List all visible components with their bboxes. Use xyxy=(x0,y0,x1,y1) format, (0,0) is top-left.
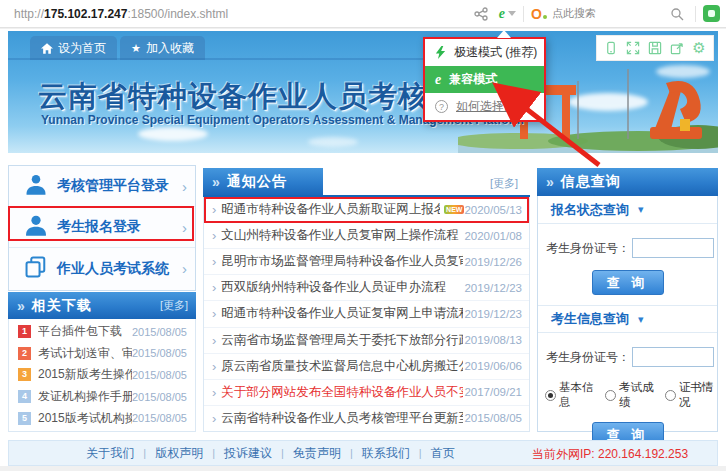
url-field[interactable]: http://175.102.17.247:18500/index.shtml xyxy=(14,7,228,21)
notices-list: › 昭通市特种设备作业人员新取证网上报名流程 NEW 2020/05/13 › … xyxy=(203,197,530,432)
search-input[interactable]: O 点此搜索 xyxy=(531,5,659,23)
login-link-assessment-platform[interactable]: 考核管理平台登录 › xyxy=(9,166,195,207)
section-arrow-icon: » xyxy=(212,174,220,190)
download-item[interactable]: 5 2015版考试机构操... 2015/08/05 xyxy=(9,407,195,429)
browser-logo-icon[interactable] xyxy=(703,5,720,22)
separator: | xyxy=(143,447,146,459)
downloads-more-link[interactable]: [更多] xyxy=(160,298,188,313)
radio-exam-score[interactable]: 考试成绩 xyxy=(605,380,657,410)
rank-badge: 3 xyxy=(18,368,31,381)
notices-tab[interactable]: » 通知公告 xyxy=(203,168,323,196)
notice-item-alert[interactable]: › 关于部分网站发布全国特种设备作业人员不实信息... 2017/09/21 xyxy=(204,380,529,406)
notice-item[interactable]: › 昭通市特种设备作业人员新取证网上报名流程 NEW 2020/05/13 xyxy=(204,197,529,223)
query-header: » 信息查询 xyxy=(537,168,718,196)
notice-item[interactable]: › 文山州特种设备作业人员复审网上操作流程 2020/01/08 xyxy=(204,223,529,249)
set-home-tab[interactable]: 设为首页 xyxy=(30,36,117,60)
bullet-arrow-icon: › xyxy=(212,385,216,400)
info-id-input[interactable] xyxy=(632,347,714,367)
settings-gear-icon[interactable]: ⚙ xyxy=(688,37,710,59)
documents-icon xyxy=(23,255,57,283)
ie-icon: e xyxy=(499,6,505,22)
site-banner: 设为首页 ★ 加入收藏 ⚙ 云南省特种设备作业人员考核管理平台 Yunnan P… xyxy=(8,31,718,153)
notices-header: » 通知公告 [更多] xyxy=(203,168,530,196)
menu-item-compat-mode[interactable]: e 兼容模式 xyxy=(425,66,544,93)
separator: | xyxy=(350,447,353,459)
separator: | xyxy=(212,447,215,459)
url-prefix: http:// xyxy=(14,7,44,21)
notice-item[interactable]: › 昆明市市场监督管理局特种设备作业人员复审流程... 2019/12/26 xyxy=(204,249,529,275)
menu-caret xyxy=(497,30,511,38)
status-id-input[interactable] xyxy=(632,238,714,258)
kernel-mode-menu: 极速模式 (推荐) e 兼容模式 ? 如何选择内核 xyxy=(423,37,546,122)
add-favorite-tab[interactable]: ★ 加入收藏 xyxy=(120,36,205,60)
download-item[interactable]: 4 发证机构操作手册 2015/08/05 xyxy=(9,386,195,408)
cloud xyxy=(308,137,358,147)
bullet-arrow-icon: › xyxy=(212,254,216,269)
footer-link-copyright[interactable]: 版权声明 xyxy=(155,445,203,462)
rank-badge: 2 xyxy=(18,347,31,360)
url-rest: :18500/index.shtml xyxy=(127,7,228,21)
candidate-info-section[interactable]: 考生信息查询 ▾ xyxy=(538,305,717,333)
bullet-arrow-icon: › xyxy=(212,411,216,426)
fullscreen-icon[interactable] xyxy=(622,37,644,59)
notice-item[interactable]: › 西双版纳州特种设备作业人员证申办流程 2019/12/23 xyxy=(204,275,529,301)
download-item[interactable]: 1 平台插件包下载 2015/08/05 xyxy=(9,321,195,343)
person-icon xyxy=(23,172,57,200)
login-link-candidate-registration[interactable]: 考生报名登录 › xyxy=(9,207,195,248)
radio-certificate-status[interactable]: 证书情况 xyxy=(665,380,717,410)
menu-item-speed-mode[interactable]: 极速模式 (推荐) xyxy=(425,39,544,66)
registration-status-section[interactable]: 报名状态查询 ▾ xyxy=(538,196,717,224)
bullet-arrow-icon: › xyxy=(212,280,216,295)
search-engine-icon: O xyxy=(531,5,547,23)
ie-icon: e xyxy=(435,72,441,88)
chevron-down-icon: ▾ xyxy=(638,313,644,326)
separator: | xyxy=(281,447,284,459)
separator: | xyxy=(419,447,422,459)
login-panel: 考核管理平台登录 › 考生报名登录 › 作业人员考试系统 › xyxy=(8,165,196,291)
footer-link-complaint[interactable]: 投诉建议 xyxy=(224,445,272,462)
query-title: 信息查询 xyxy=(561,173,621,191)
id-number-label: 考生身份证号： xyxy=(546,349,630,366)
footer-link-about[interactable]: 关于我们 xyxy=(86,445,134,462)
webpage: 设为首页 ★ 加入收藏 ⚙ 云南省特种设备作业人员考核管理平台 Yunnan P… xyxy=(0,29,726,466)
download-item[interactable]: 2 考试计划送审、审核 ... 2015/08/05 xyxy=(9,343,195,365)
download-item[interactable]: 3 2015新版考生操作... 2015/08/05 xyxy=(9,364,195,386)
new-badge: NEW xyxy=(444,205,464,214)
home-icon xyxy=(41,43,53,54)
browser-kernel-button[interactable]: e xyxy=(499,6,516,22)
search-placeholder: 点此搜索 xyxy=(552,6,596,21)
menu-item-kernel-help[interactable]: ? 如何选择内核 xyxy=(425,93,544,120)
rank-badge: 1 xyxy=(18,325,31,338)
downloads-title: 相关下载 xyxy=(32,297,92,315)
query-panel: 报名状态查询 ▾ 考生身份证号： 查 询 考生信息查询 ▾ 考生身份证号： xyxy=(537,196,718,432)
external-ip-text: 当前外网IP: 220.164.192.253 xyxy=(532,446,688,463)
divider xyxy=(523,6,524,22)
chevron-right-icon: › xyxy=(182,219,187,236)
set-home-label: 设为首页 xyxy=(58,40,106,57)
notice-item[interactable]: › 云南省市场监督管理局关于委托下放部分行政许可... 2019/08/13 xyxy=(204,328,529,354)
chevron-right-icon: › xyxy=(182,178,187,195)
login-link-operator-exam-system[interactable]: 作业人员考试系统 › xyxy=(9,248,195,289)
footer-link-contact[interactable]: 联系我们 xyxy=(362,445,410,462)
radio-icon xyxy=(605,390,616,401)
notice-item[interactable]: › 昭通市特种设备作业人员证复审网上申请流程及相... 2019/12/23 xyxy=(204,301,529,327)
notice-item[interactable]: › 原云南省质量技术监督局信息中心机房搬迁公告 2019/06/06 xyxy=(204,354,529,380)
radio-selected-icon xyxy=(545,390,556,401)
save-icon[interactable] xyxy=(644,37,666,59)
footer-link-home[interactable]: 首页 xyxy=(431,445,455,462)
mobile-icon[interactable] xyxy=(600,37,622,59)
share-icon[interactable] xyxy=(470,3,492,25)
login-label: 考生报名登录 xyxy=(57,218,141,236)
section-arrow-icon: » xyxy=(546,174,554,190)
share-page-icon[interactable] xyxy=(666,37,688,59)
notice-item[interactable]: › 云南省特种设备作业人员考核管理平台更新至20... 2015/08/05 xyxy=(204,406,529,431)
cloud xyxy=(138,127,208,141)
notices-more-link[interactable]: [更多] xyxy=(490,176,518,191)
radio-basic-info[interactable]: 基本信息 xyxy=(545,380,597,410)
bullet-arrow-icon: › xyxy=(212,333,216,348)
login-label: 作业人员考试系统 xyxy=(57,260,169,278)
footer-link-disclaimer[interactable]: 免责声明 xyxy=(293,445,341,462)
chevron-right-icon: › xyxy=(182,260,187,277)
status-query-button[interactable]: 查 询 xyxy=(592,270,664,295)
search-icon[interactable] xyxy=(666,3,688,25)
